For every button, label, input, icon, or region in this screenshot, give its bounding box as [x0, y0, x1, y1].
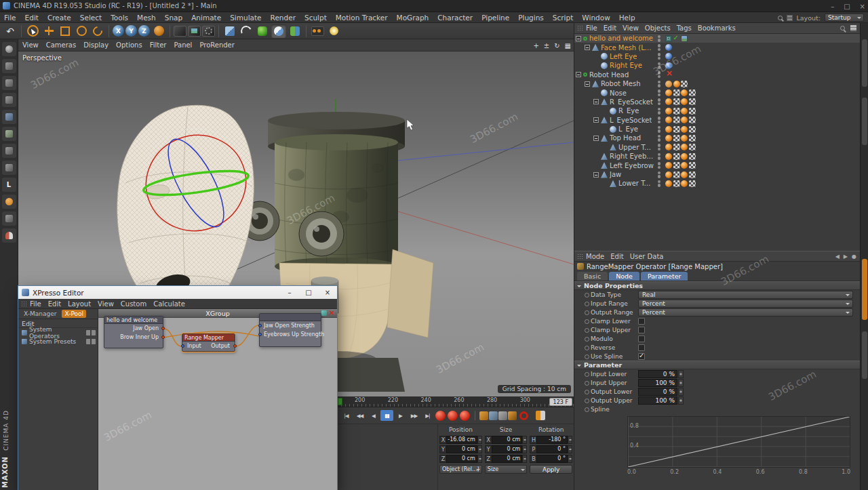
timeline-ruler[interactable]: 200220240260280300 123 F: [337, 396, 574, 407]
expand-toggle[interactable]: [593, 117, 599, 123]
uv-icon[interactable]: [689, 117, 696, 123]
array-icon[interactable]: [288, 24, 302, 38]
view-label[interactable]: Perspective: [22, 54, 62, 62]
material-icon[interactable]: [665, 171, 672, 178]
xpresso-minimize-button[interactable]: –: [280, 286, 299, 299]
object-row[interactable]: R_EyeSocket: [574, 98, 860, 106]
play-button[interactable]: ▶: [394, 410, 407, 421]
expand-toggle[interactable]: [585, 81, 590, 87]
undo-icon[interactable]: ↶: [3, 24, 18, 38]
goto-end-button[interactable]: ▶|: [421, 410, 434, 421]
edges-mode-icon[interactable]: [2, 127, 16, 141]
visibility-dots[interactable]: [654, 89, 664, 96]
object-row[interactable]: Left Eye: [574, 52, 860, 61]
uv-icon[interactable]: [689, 162, 696, 169]
parameter-section[interactable]: Parameter: [574, 361, 860, 369]
object-label[interactable]: Top Head: [610, 134, 641, 142]
pan-view-icon[interactable]: +: [533, 42, 538, 49]
uv-icon[interactable]: [689, 126, 696, 133]
output-range-select[interactable]: Percent: [638, 308, 853, 317]
object-row[interactable]: Robot Head: [574, 70, 860, 79]
object-row[interactable]: Nose: [574, 88, 860, 97]
axis-z-lock-icon[interactable]: Z: [138, 25, 150, 37]
xpresso-close-button[interactable]: ×: [318, 286, 337, 299]
lock-workplane-icon[interactable]: [2, 195, 16, 209]
key-rotation-toggle[interactable]: [498, 411, 507, 420]
object-row[interactable]: L_Eye: [574, 125, 860, 134]
spinner[interactable]: [522, 436, 527, 444]
axis-x-lock-icon[interactable]: X: [113, 25, 124, 37]
coordinate-mode-select[interactable]: Object (Rel...): [439, 465, 482, 474]
node-strength-target[interactable]: Jaw Open Strength Eyebrows Up Strength: [259, 313, 321, 347]
uv-icon[interactable]: [673, 117, 680, 123]
points-mode-icon[interactable]: [2, 110, 16, 124]
toolbar-divider[interactable]: [306, 25, 307, 37]
toggle-view-icon[interactable]: ▦: [565, 42, 571, 49]
uv-icon[interactable]: [689, 180, 696, 187]
xgroup-close-icon[interactable]: ×: [329, 310, 335, 317]
visibility-dots[interactable]: [654, 180, 664, 187]
uv-icon[interactable]: [673, 180, 680, 187]
object-manager-menu-item[interactable]: View: [623, 24, 639, 32]
polygons-mode-icon[interactable]: [2, 144, 16, 158]
coordinate-field[interactable]: 0 cm: [492, 455, 523, 463]
material-icon[interactable]: [681, 108, 688, 115]
material-icon[interactable]: [665, 89, 672, 96]
object-row[interactable]: Right Eye: [574, 61, 860, 70]
make-editable-icon[interactable]: [2, 42, 16, 56]
spline-editor[interactable]: 0.8 0.4: [627, 416, 850, 468]
viewport-menu-item[interactable]: ProRender: [199, 41, 234, 49]
camera-icon[interactable]: [310, 24, 325, 38]
xpresso-preset-item[interactable]: System Presets: [18, 337, 98, 346]
attribute-tab[interactable]: Parameter: [641, 272, 688, 281]
node-hello-and-welcome[interactable]: hello and welcome Jaw Open Brow Inner Up: [104, 316, 163, 348]
menubar-item[interactable]: Create: [47, 14, 71, 22]
menubar-item[interactable]: Help: [619, 14, 635, 22]
phong-icon[interactable]: [665, 44, 672, 51]
key-scale-toggle[interactable]: [489, 411, 498, 420]
spinner[interactable]: [568, 455, 572, 463]
viewport-menu-item[interactable]: Filter: [150, 41, 167, 49]
material-icon[interactable]: [681, 153, 688, 160]
object-row[interactable]: Jaw: [574, 170, 860, 179]
coordinate-field[interactable]: -180 °: [536, 436, 568, 444]
object-label[interactable]: Lower Teeth: [618, 180, 654, 187]
material-icon[interactable]: [681, 89, 688, 96]
spinner[interactable]: [678, 370, 684, 378]
menubar-item[interactable]: File: [4, 14, 16, 22]
dock-tab-active[interactable]: [862, 259, 867, 320]
input-lower-field[interactable]: 0 %: [638, 370, 677, 378]
xpresso-menu-item[interactable]: Calculate: [153, 300, 185, 308]
toolbar-divider[interactable]: [218, 25, 219, 37]
object-label[interactable]: Upper Teeth: [618, 144, 654, 151]
material-icon[interactable]: [681, 126, 688, 133]
object-label[interactable]: L_EyeSocket: [610, 117, 652, 124]
visibility-dots[interactable]: [654, 71, 664, 78]
object-label[interactable]: Robot Head: [589, 71, 629, 79]
menubar-item[interactable]: Pipeline: [481, 14, 509, 22]
attribute-nav-icon[interactable]: ●: [852, 253, 856, 260]
menubar-item[interactable]: Edit: [25, 14, 39, 22]
attribute-menu-item[interactable]: Edit: [610, 253, 623, 260]
expand-toggle[interactable]: [576, 36, 581, 41]
menubar-item[interactable]: Simulate: [230, 14, 261, 22]
uv-icon[interactable]: [689, 135, 696, 142]
apply-button[interactable]: Apply: [530, 465, 572, 474]
uv-icon[interactable]: [689, 171, 696, 178]
menubar-item[interactable]: Character: [437, 14, 473, 22]
menubar-item[interactable]: Sculpt: [304, 14, 327, 22]
uv-icon[interactable]: [689, 153, 696, 160]
coord-system-icon[interactable]: [151, 24, 166, 38]
layout-select[interactable]: Startup: [825, 14, 864, 22]
coordinate-field[interactable]: 0 cm: [446, 445, 477, 453]
uv-icon[interactable]: [673, 153, 680, 160]
enable-axis-icon[interactable]: [2, 161, 16, 175]
spinner[interactable]: [678, 388, 684, 396]
expand-toggle[interactable]: [593, 136, 599, 141]
coordinate-field[interactable]: -16.08 cm: [446, 436, 477, 444]
material-icon[interactable]: [665, 108, 672, 115]
menubar-item[interactable]: Tools: [111, 14, 128, 22]
visibility-dots[interactable]: [654, 81, 664, 87]
autokey-button[interactable]: [448, 411, 458, 421]
last-tool-icon[interactable]: [90, 24, 105, 38]
